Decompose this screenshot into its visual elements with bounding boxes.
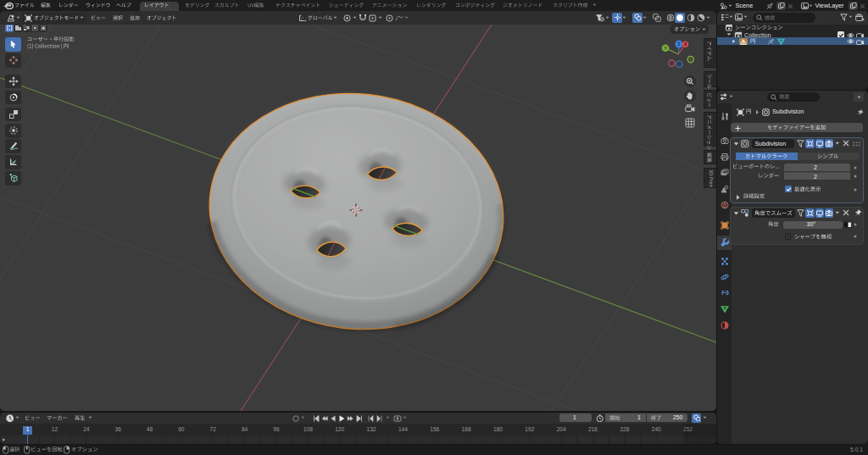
svg-text:Z: Z <box>678 42 681 47</box>
